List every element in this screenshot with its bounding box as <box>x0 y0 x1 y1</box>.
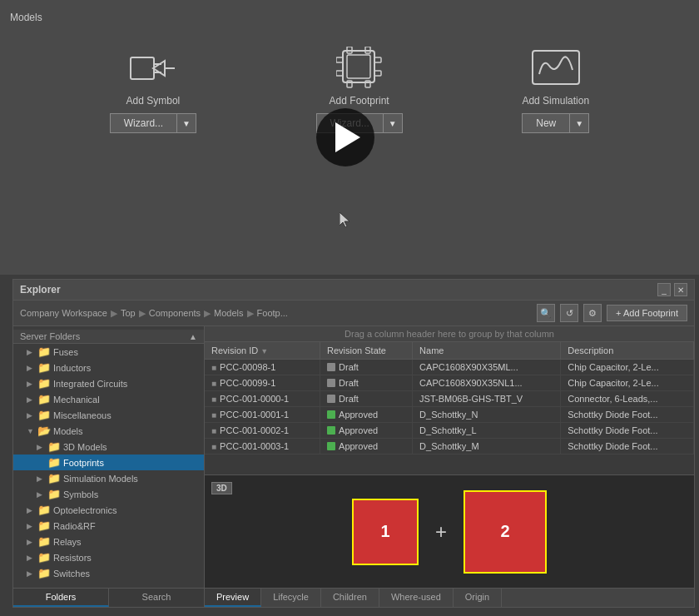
cell-name: D_Schottky_L <box>413 423 561 439</box>
col-header-revision-state[interactable]: Revision State <box>320 342 413 360</box>
sidebar-item-footprints[interactable]: 📁 Footprints <box>13 455 204 470</box>
symbol-icon <box>128 47 178 88</box>
table-row[interactable]: ■PCC-00099-1 Draft CAPC1608X90X35NL1... … <box>205 375 694 391</box>
sidebar-item-mechanical[interactable]: ▶ 📁 Mechanical <box>13 391 204 407</box>
svg-marker-4 <box>153 61 165 76</box>
cell-name: D_Schottky_M <box>413 439 561 455</box>
sidebar-label-misc: Miscellaneous <box>53 410 112 420</box>
breadcrumb-footprints[interactable]: Footp... <box>257 308 288 318</box>
table-container[interactable]: Revision ID ▼ Revision State Name Descri… <box>205 342 694 475</box>
sidebar-label-symbols: Symbols <box>63 489 98 499</box>
breadcrumb-company-workspace[interactable]: Company Workspace <box>20 308 107 318</box>
sidebar-item-optoelectronics[interactable]: ▶ 📁 Optoelectronics <box>13 502 204 518</box>
sidebar-item-switches[interactable]: ▶ 📁 Switches <box>13 565 204 581</box>
sidebar-item-models[interactable]: ▼ 📂 Models <box>13 423 204 439</box>
breadcrumb-models[interactable]: Models <box>214 308 243 318</box>
tab-lifecycle[interactable]: Lifecycle <box>261 589 321 607</box>
folder-icon-mechanical: 📁 <box>37 393 51 405</box>
table-row[interactable]: ■PCC-001-0003-1 Approved D_Schottky_M Sc… <box>205 439 694 455</box>
play-triangle-icon <box>335 122 360 152</box>
breadcrumb-top[interactable]: Top <box>121 308 136 318</box>
table-row[interactable]: ■PCC-001-0002-1 Approved D_Schottky_L Sc… <box>205 423 694 439</box>
col-header-description[interactable]: Description <box>561 342 694 360</box>
add-footprint-button[interactable]: + Add Footprint <box>607 305 687 321</box>
table-row[interactable]: ■PCC-001-0001-1 Approved D_Schottky_N Sc… <box>205 407 694 423</box>
cell-state: Draft <box>320 360 413 375</box>
footprint-icon <box>335 47 384 88</box>
folder-icon-switches: 📁 <box>37 567 51 579</box>
explorer-body: Server Folders ▲ ▶ 📁 Fuses ▶ 📁 Inductors… <box>13 326 694 607</box>
sidebar-item-inductors[interactable]: ▶ 📁 Inductors <box>13 360 204 375</box>
sidebar-item-fuses[interactable]: ▶ 📁 Fuses <box>13 344 204 360</box>
cell-description: Chip Capacitor, 2-Le... <box>561 375 694 391</box>
sidebar-item-integrated-circuits[interactable]: ▶ 📁 Integrated Circuits <box>13 375 204 391</box>
cell-state: Approved <box>320 407 413 423</box>
cell-revision-id: ■PCC-00099-1 <box>205 375 320 391</box>
folder-icon-symbols: 📁 <box>47 488 61 500</box>
tab-children[interactable]: Children <box>321 589 379 607</box>
cell-name: D_Schottky_N <box>413 407 561 423</box>
simulation-new-dropdown[interactable]: ▼ <box>569 113 589 133</box>
sidebar-label-mechanical: Mechanical <box>53 395 100 405</box>
tab-preview[interactable]: Preview <box>205 589 261 607</box>
symbol-section: Add Symbol Wizard... ▼ <box>110 47 196 133</box>
col-header-name[interactable]: Name <box>413 342 561 360</box>
svg-marker-17 <box>340 212 350 227</box>
sidebar-item-radio-rf[interactable]: ▶ 📁 Radio&RF <box>13 518 204 534</box>
search-button[interactable]: 🔍 <box>537 304 555 322</box>
refresh-button[interactable]: ↺ <box>560 304 578 322</box>
folder-icon-opto: 📁 <box>37 504 51 516</box>
cell-revision-id: ■PCC-001-0001-1 <box>205 407 320 423</box>
folder-icon-inductors: 📁 <box>37 361 51 374</box>
svg-rect-8 <box>336 57 343 62</box>
footprint-pad-2: 2 <box>464 490 547 574</box>
explorer-window-controls: _ ✕ <box>657 283 687 296</box>
sidebar-item-simulation-models[interactable]: ▶ 📁 Simulation Models <box>13 470 204 486</box>
table-row[interactable]: ■PCC-001-0000-1 Draft JST-BM06B-GHS-TBT_… <box>205 391 694 407</box>
server-folders-label: Server Folders <box>20 331 80 341</box>
explorer-title: Explorer <box>20 284 61 296</box>
breadcrumb-components[interactable]: Components <box>149 308 201 318</box>
folder-icon-ic: 📁 <box>37 377 51 390</box>
symbol-wizard-dropdown[interactable]: ▼ <box>176 113 196 133</box>
sidebar-collapse-button[interactable]: ▲ <box>189 332 197 341</box>
breadcrumb-actions: 🔍 ↺ ⚙ + Add Footprint <box>537 304 687 322</box>
tab-folders[interactable]: Folders <box>13 589 109 607</box>
footprint-pad-1: 1 <box>352 499 419 565</box>
sidebar-label-switches: Switches <box>53 569 90 579</box>
sidebar-item-relays[interactable]: ▶ 📁 Relays <box>13 534 204 549</box>
sidebar-item-miscellaneous[interactable]: ▶ 📁 Miscellaneous <box>13 407 204 423</box>
folder-icon-rf: 📁 <box>37 519 51 532</box>
cell-state: Draft <box>320 375 413 391</box>
footprint-wizard-dropdown[interactable]: ▼ <box>383 113 403 133</box>
cell-description: Connector, 6-Leads,... <box>561 391 694 407</box>
cell-name: CAPC1608X90X35ML... <box>413 360 561 375</box>
folder-icon-3d: 📁 <box>47 440 61 453</box>
close-button[interactable]: ✕ <box>674 283 687 296</box>
server-folders-header: Server Folders ▲ <box>13 330 204 344</box>
sidebar-item-resistors[interactable]: ▶ 📁 Resistors <box>13 549 204 565</box>
tabs-bar: Preview Lifecycle Children Where-used Or… <box>205 588 694 607</box>
cursor <box>340 212 351 227</box>
sidebar-label-fuses: Fuses <box>53 347 78 357</box>
cell-description: Schottky Diode Foot... <box>561 423 694 439</box>
symbol-wizard-button[interactable]: Wizard... <box>110 113 176 133</box>
breadcrumb-bar: Company Workspace ▶ Top ▶ Components ▶ M… <box>13 301 694 326</box>
tab-where-used[interactable]: Where-used <box>379 589 454 607</box>
tab-search[interactable]: Search <box>109 589 205 607</box>
cell-name: CAPC1608X90X35NL1... <box>413 375 561 391</box>
tab-origin[interactable]: Origin <box>454 589 502 607</box>
sidebar-item-3d-models[interactable]: ▶ 📁 3D Models <box>13 439 204 455</box>
minimize-button[interactable]: _ <box>657 283 671 296</box>
folder-icon-sim: 📁 <box>47 472 61 484</box>
sidebar-item-symbols[interactable]: ▶ 📁 Symbols <box>13 486 204 502</box>
table-row[interactable]: ■PCC-00098-1 Draft CAPC1608X90X35ML... C… <box>205 360 694 375</box>
cell-description: Schottky Diode Foot... <box>561 407 694 423</box>
folder-icon-fuses: 📁 <box>37 345 51 358</box>
col-header-revision-id[interactable]: Revision ID ▼ <box>205 342 320 360</box>
simulation-new-button[interactable]: New <box>522 113 569 133</box>
sidebar-label-models: Models <box>53 426 82 436</box>
play-button[interactable] <box>316 108 374 166</box>
settings-button[interactable]: ⚙ <box>583 304 602 322</box>
footprint-plus-sign: + <box>435 520 447 544</box>
